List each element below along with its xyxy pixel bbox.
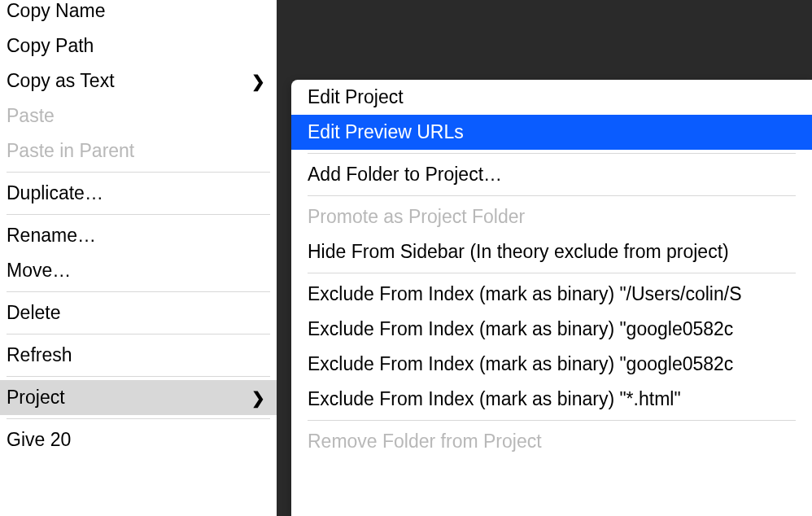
menu-item-copy-path[interactable]: Copy Path — [0, 28, 277, 63]
menu-separator — [7, 376, 270, 377]
menu-item-delete[interactable]: Delete — [0, 295, 277, 330]
menu-separator — [7, 214, 270, 215]
menu-label: Exclude From Index (mark as binary) "goo… — [308, 318, 733, 340]
menu-item-rename[interactable]: Rename… — [0, 218, 277, 253]
menu-label: Refresh — [7, 344, 72, 366]
menu-label: Add Folder to Project… — [308, 164, 502, 186]
menu-separator — [7, 172, 270, 173]
chevron-right-icon: ❯ — [251, 388, 265, 408]
menu-label: Give 20 — [7, 429, 71, 451]
menu-item-exclude-from-index-3[interactable]: Exclude From Index (mark as binary) "goo… — [291, 347, 812, 382]
menu-item-promote-as-project-folder: Promote as Project Folder — [291, 199, 812, 234]
menu-separator — [7, 418, 270, 419]
menu-item-hide-from-sidebar[interactable]: Hide From Sidebar (In theory exclude fro… — [291, 234, 812, 269]
menu-label: Duplicate… — [7, 182, 103, 204]
menu-item-exclude-from-index-4[interactable]: Exclude From Index (mark as binary) "*.h… — [291, 382, 812, 417]
menu-item-project[interactable]: Project ❯ — [0, 380, 277, 415]
menu-item-exclude-from-index-2[interactable]: Exclude From Index (mark as binary) "goo… — [291, 312, 812, 347]
menu-separator — [308, 195, 796, 196]
menu-item-edit-preview-urls[interactable]: Edit Preview URLs — [291, 115, 812, 150]
menu-label: Copy as Text — [7, 70, 115, 92]
menu-item-move[interactable]: Move… — [0, 253, 277, 288]
menu-item-copy-name[interactable]: Copy Name — [0, 0, 277, 28]
main-context-menu: Copy Name Copy Path Copy as Text ❯ Paste… — [0, 0, 277, 516]
menu-separator — [7, 291, 270, 292]
menu-label: Rename… — [7, 225, 96, 247]
menu-separator — [308, 420, 796, 421]
menu-label: Remove Folder from Project — [308, 431, 542, 453]
menu-item-copy-as-text[interactable]: Copy as Text ❯ — [0, 63, 277, 98]
menu-item-add-folder-to-project[interactable]: Add Folder to Project… — [291, 157, 812, 192]
menu-label: Delete — [7, 302, 60, 324]
menu-label: Paste — [7, 105, 55, 127]
menu-label: Move… — [7, 260, 71, 282]
menu-separator — [7, 334, 270, 335]
menu-item-exclude-from-index-1[interactable]: Exclude From Index (mark as binary) "/Us… — [291, 277, 812, 312]
menu-label: Promote as Project Folder — [308, 206, 525, 228]
menu-label: Exclude From Index (mark as binary) "*.h… — [308, 388, 681, 410]
menu-item-give-20[interactable]: Give 20 — [0, 422, 277, 457]
menu-item-refresh[interactable]: Refresh — [0, 338, 277, 373]
menu-separator — [308, 153, 796, 154]
menu-item-edit-project[interactable]: Edit Project — [291, 80, 812, 115]
menu-label: Project — [7, 387, 65, 409]
menu-label: Exclude From Index (mark as binary) "/Us… — [308, 283, 742, 305]
menu-label: Exclude From Index (mark as binary) "goo… — [308, 353, 733, 375]
project-submenu: Edit Project Edit Preview URLs Add Folde… — [291, 80, 812, 516]
menu-label: Copy Name — [7, 0, 105, 22]
menu-item-duplicate[interactable]: Duplicate… — [0, 176, 277, 211]
menu-label: Edit Project — [308, 86, 404, 108]
menu-separator — [308, 273, 796, 273]
menu-label: Copy Path — [7, 35, 94, 57]
menu-label: Paste in Parent — [7, 140, 134, 162]
menu-item-paste: Paste — [0, 98, 277, 133]
menu-item-remove-folder-from-project: Remove Folder from Project — [291, 424, 812, 459]
menu-label: Hide From Sidebar (In theory exclude fro… — [308, 241, 729, 263]
chevron-right-icon: ❯ — [251, 72, 265, 91]
menu-item-paste-in-parent: Paste in Parent — [0, 133, 277, 168]
menu-label: Edit Preview URLs — [308, 121, 464, 143]
